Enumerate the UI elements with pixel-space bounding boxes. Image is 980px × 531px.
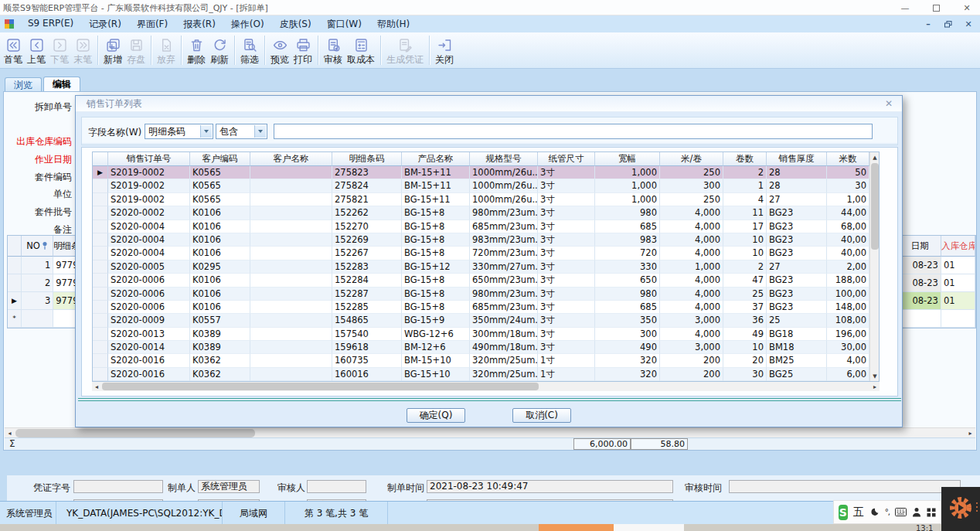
filter-search-input[interactable] bbox=[274, 124, 873, 139]
column-header-date[interactable]: 日期 bbox=[899, 236, 941, 257]
window-maximize-icon[interactable] bbox=[931, 2, 941, 13]
table-row[interactable]: S2020-0006K0106152287BG-15+8980mm/23um..… bbox=[93, 288, 879, 301]
scroll-up-icon[interactable]: ▲ bbox=[870, 152, 880, 162]
scrollbar-thumb[interactable] bbox=[871, 163, 879, 250]
chevron-down-icon[interactable] bbox=[254, 125, 266, 138]
column-header-5[interactable]: 规格型号 bbox=[470, 152, 538, 166]
table-row[interactable]: S2019-0002K0565275821BG-15+111000mm/26u.… bbox=[93, 193, 879, 206]
menu-item-4[interactable]: 操作(O) bbox=[223, 18, 272, 31]
table-row[interactable]: S2020-0016K0362160735BM-15+10320mm/25um.… bbox=[93, 354, 879, 367]
dialog-close-icon[interactable]: ✕ bbox=[883, 98, 894, 109]
table-row[interactable]: 08-2301 bbox=[899, 274, 975, 292]
table-row[interactable]: S2020-0004K0106152269BG-15+8983mm/23um..… bbox=[93, 233, 879, 247]
cell-9: 25 bbox=[723, 288, 767, 301]
toolbar-button-close[interactable]: 关闭 bbox=[433, 33, 456, 67]
mdi-minimize-icon[interactable]: – bbox=[923, 19, 934, 29]
menu-item-0[interactable]: S9 ERP(E) bbox=[20, 18, 81, 31]
menu-item-7[interactable]: 帮助(H) bbox=[369, 18, 417, 31]
cell-10: BG23 bbox=[767, 247, 827, 260]
mdi-restore-icon[interactable] bbox=[943, 19, 954, 29]
toolbar-button-print[interactable]: 打印 bbox=[291, 33, 315, 67]
column-header-6[interactable]: 纸管尺寸 bbox=[538, 152, 595, 166]
cell-1: K0565 bbox=[190, 179, 250, 192]
mdi-close-icon[interactable]: ✕ bbox=[963, 19, 974, 29]
table-row[interactable]: S2019-0002K0565275824BM-15+111000mm/26u.… bbox=[93, 179, 879, 192]
column-header-4[interactable]: 产品名称 bbox=[402, 152, 470, 166]
skin-person-icon[interactable] bbox=[912, 507, 921, 517]
scroll-left-icon[interactable]: ◂ bbox=[92, 382, 101, 391]
column-header-9[interactable]: 卷数 bbox=[723, 152, 767, 166]
column-header-warehouse[interactable]: 入库仓库 bbox=[941, 236, 975, 257]
tab-browse[interactable]: 浏览 bbox=[5, 77, 42, 92]
table-row[interactable]: S2020-0004K0106152270BG-15+8685mm/23um..… bbox=[93, 220, 879, 233]
grid-horizontal-scrollbar[interactable]: ◂ ▸ bbox=[92, 382, 880, 391]
column-header-3[interactable]: 明细条码 bbox=[332, 152, 402, 166]
column-header-7[interactable]: 宽幅 bbox=[595, 152, 660, 166]
keyboard-icon[interactable] bbox=[895, 508, 907, 516]
corner-app-shortcut[interactable] bbox=[941, 487, 980, 531]
taskbar-app[interactable] bbox=[614, 524, 684, 531]
table-row[interactable]: S2020-0002K0106152262BG-15+8980mm/23um..… bbox=[93, 206, 879, 220]
toolbar-button-refresh[interactable]: 刷新 bbox=[208, 33, 231, 67]
column-header-11[interactable]: 米数 bbox=[827, 152, 869, 166]
toolbar-button-preview[interactable]: 预览 bbox=[268, 33, 291, 67]
chevron-down-icon[interactable] bbox=[200, 125, 212, 138]
column-header-0[interactable]: 销售订单号 bbox=[108, 152, 190, 166]
punctuation-mode-icon[interactable]: °, bbox=[885, 508, 890, 516]
cell-2 bbox=[250, 233, 332, 247]
table-row[interactable]: S2020-0005K0295152283BG-15+12330mm/27um.… bbox=[93, 260, 879, 274]
menu-item-2[interactable]: 界面(F) bbox=[129, 18, 175, 31]
column-header-2[interactable]: 客户名称 bbox=[250, 152, 332, 166]
scroll-down-icon[interactable]: ▼ bbox=[870, 371, 880, 381]
row-indicator: * bbox=[8, 310, 22, 328]
toolbar-button-prev[interactable]: 上笔 bbox=[25, 33, 48, 67]
toolbar-label-add: 新增 bbox=[104, 55, 122, 64]
menu-item-1[interactable]: 记录(R) bbox=[81, 18, 129, 31]
table-row[interactable]: 08-2301 bbox=[899, 257, 975, 274]
dialog-titlebar[interactable]: 销售订单列表 bbox=[76, 96, 902, 112]
form-horizontal-scrollbar[interactable]: ◂ ▸ bbox=[5, 427, 975, 437]
table-row[interactable]: S2020-0014K0389159618BM-12+6490mm/18um..… bbox=[93, 341, 879, 354]
table-row[interactable]: S2020-0009K0557154865BG-15+9350mm/24um..… bbox=[93, 314, 879, 327]
scrollbar-thumb[interactable] bbox=[102, 383, 539, 390]
footer-value-0-3: 2021-08-23 10:49:47 bbox=[427, 480, 673, 493]
cell-5: 320mm/25um... bbox=[470, 354, 538, 367]
moon-icon[interactable] bbox=[869, 507, 880, 517]
column-header-1[interactable]: 客户编码 bbox=[190, 152, 250, 166]
wubi-mode-icon[interactable]: 五 bbox=[853, 505, 864, 519]
ok-button[interactable]: 确定(Q) bbox=[407, 408, 465, 423]
cell-0: S2020-0006 bbox=[108, 288, 190, 301]
scrollbar-thumb[interactable] bbox=[15, 429, 255, 437]
filter-field-combo[interactable]: 明细条码 bbox=[145, 124, 213, 139]
filter-operator-combo[interactable]: 包含 bbox=[216, 124, 267, 139]
toolbox-grid-icon[interactable] bbox=[927, 508, 936, 517]
sogou-ime-icon[interactable]: S bbox=[839, 505, 848, 520]
cell-3: 152270 bbox=[332, 220, 402, 233]
table-row[interactable]: S2020-0006K0106152285BG-15+8685mm/23um..… bbox=[93, 301, 879, 314]
window-minimize-icon[interactable]: — bbox=[900, 2, 910, 13]
toolbar-button-delete[interactable]: 删除 bbox=[185, 33, 208, 67]
menu-item-3[interactable]: 报表(R) bbox=[175, 18, 223, 31]
column-header-8[interactable]: 米/卷 bbox=[660, 152, 723, 166]
table-row[interactable]: S2020-0004K0106152267BG-15+8720mm/23um..… bbox=[93, 247, 879, 260]
table-row[interactable]: 08-2301 bbox=[899, 292, 975, 310]
table-row[interactable]: ▶S2019-0002K0565275823BM-15+111000mm/26u… bbox=[93, 166, 879, 179]
toolbar-button-first[interactable]: 首笔 bbox=[2, 33, 25, 67]
toolbar-button-filter[interactable]: 筛选 bbox=[238, 33, 261, 67]
column-header-no[interactable]: NO bbox=[22, 236, 53, 257]
tab-edit[interactable]: 编辑 bbox=[43, 77, 80, 92]
table-row[interactable]: S2020-0013K0389157540WBG-12+6300mm/18um.… bbox=[93, 328, 879, 341]
scroll-right-icon[interactable]: ▸ bbox=[870, 382, 880, 391]
menu-item-6[interactable]: 窗口(W) bbox=[319, 18, 369, 31]
cancel-button[interactable]: 取消(C) bbox=[512, 408, 571, 423]
taskbar-active-app[interactable] bbox=[539, 524, 614, 531]
toolbar-button-cost[interactable]: 取成本 bbox=[345, 33, 377, 67]
toolbar-button-add[interactable]: 新增 bbox=[101, 33, 124, 67]
table-row[interactable]: S2020-0006K0106152284BG-15+8650mm/23um..… bbox=[93, 274, 879, 287]
table-row[interactable]: S2020-0016K0362160016BG-15+10320mm/25um.… bbox=[93, 368, 879, 381]
grid-vertical-scrollbar[interactable]: ▲▼ bbox=[869, 152, 879, 381]
window-close-icon[interactable]: ✕ bbox=[961, 2, 972, 13]
menu-item-5[interactable]: 皮肤(S) bbox=[272, 18, 319, 31]
column-header-10[interactable]: 销售厚度 bbox=[767, 152, 827, 166]
toolbar-button-audit[interactable]: 审核 bbox=[322, 33, 345, 67]
